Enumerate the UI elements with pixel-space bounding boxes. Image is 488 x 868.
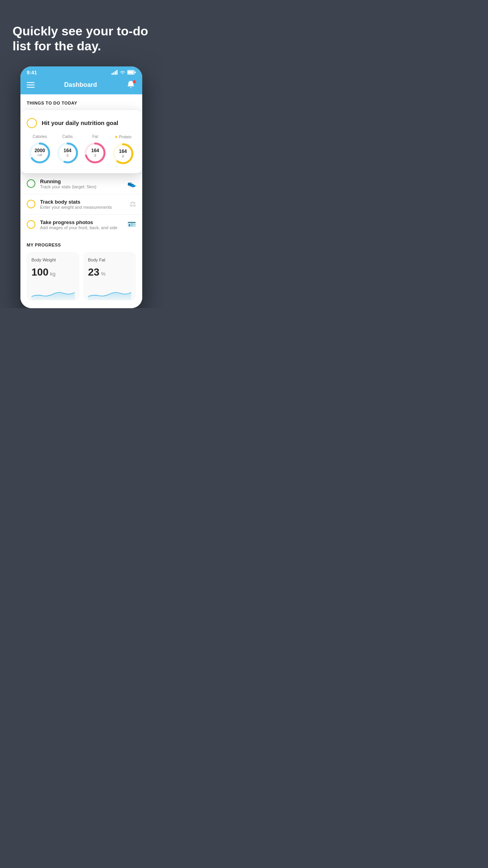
donut-protein: 164 g [111,142,135,166]
progress-value-body-weight: 100 [31,266,48,278]
hero-text: Quickly see your to-do list for the day. [0,0,163,66]
nutrition-label-calories: Calories [33,134,47,139]
nutrition-item-calories: Calories 2000 cal [28,134,51,166]
phone-frame: 9:41 [20,66,142,308]
progress-card-body-fat[interactable]: Body Fat 23 % [83,252,136,300]
nutrition-item-fat: Fat 164 g [83,134,107,166]
status-icons [112,70,136,75]
todo-circle-body-stats [27,200,35,208]
progress-value-body-fat: 23 [88,266,99,278]
nutrition-label-fat: Fat [92,134,98,139]
donut-calories: 2000 cal [28,141,51,165]
things-to-do-header: THINGS TO DO TODAY [20,94,142,108]
progress-card-title-body-fat: Body Fat [88,257,131,262]
progress-value-row-body-fat: 23 % [88,266,131,278]
todo-icon-body-stats: ⚖ [130,200,136,208]
donut-text-carbs: 164 g [64,148,72,157]
star-icon: ★ [114,134,118,140]
wifi-icon [119,70,126,75]
protein-label: ★Protein [114,134,132,140]
status-bar: 9:41 [20,66,142,77]
progress-unit-body-fat: % [101,271,106,277]
donut-text-protein: 164 g [119,149,127,158]
donut-carbs: 164 g [56,141,79,165]
svg-rect-1 [113,72,114,75]
phone-content: THINGS TO DO TODAY Hit your daily nutrit… [20,94,142,308]
todo-sub-body-stats: Enter your weight and measurements [40,205,125,210]
todo-icon-progress-photos: 🪪 [127,220,136,229]
todo-sub-running: Track your stats (target: 5km) [40,184,123,189]
nutrition-row: Calories 2000 cal Carbs 164 g Fat [27,134,136,166]
nav-title: Dashboard [64,81,97,88]
battery-icon [127,70,136,75]
notification-dot [133,80,136,83]
todo-text-running: Running Track your stats (target: 5km) [40,178,123,189]
todo-circle-progress-photos [27,220,35,229]
progress-chart-body-fat [88,285,131,300]
todo-title-body-stats: Track body stats [40,199,125,205]
nutrition-label-carbs: Carbs [62,134,73,139]
todo-sub-progress-photos: Add images of your front, back, and side [40,225,123,230]
progress-title: MY PROGRESS [27,243,136,247]
todo-circle-running [27,179,35,188]
svg-rect-2 [115,71,116,75]
nutrition-check-circle[interactable] [27,118,37,128]
status-time: 9:41 [27,70,37,75]
todo-title-running: Running [40,178,123,184]
protein-label-text: Protein [119,135,132,139]
todo-title-progress-photos: Take progress photos [40,219,123,225]
donut-text-calories: 2000 cal [35,148,45,157]
nutrition-item-carbs: Carbs 164 g [56,134,79,166]
todo-item-running[interactable]: Running Track your stats (target: 5km) 👟 [20,173,142,194]
svg-rect-3 [116,70,117,75]
nutrition-card: Hit your daily nutrition goal Calories 2… [20,110,142,173]
progress-card-body-weight[interactable]: Body Weight 100 kg [27,252,79,300]
todo-icon-running: 👟 [127,179,136,188]
nav-bar: Dashboard [20,77,142,94]
progress-card-title-body-weight: Body Weight [31,257,75,262]
svg-rect-5 [128,71,134,74]
progress-section: MY PROGRESS Body Weight 100 kg Body Fat [20,235,142,308]
todo-item-body-stats[interactable]: Track body stats Enter your weight and m… [20,194,142,214]
todo-item-progress-photos[interactable]: Take progress photos Add images of your … [20,214,142,235]
svg-rect-0 [112,73,113,75]
progress-chart-body-weight [31,285,75,300]
donut-text-fat: 164 g [91,148,99,157]
progress-unit-body-weight: kg [50,271,55,277]
menu-button[interactable] [27,82,35,88]
progress-cards: Body Weight 100 kg Body Fat 23 % [27,252,136,308]
donut-fat: 164 g [83,141,107,165]
signal-icon [112,70,118,75]
nutrition-item-protein: ★Protein 164 g [111,134,135,166]
phone-mockup: 9:41 [0,66,163,308]
todo-text-body-stats: Track body stats Enter your weight and m… [40,199,125,210]
progress-value-row-body-weight: 100 kg [31,266,75,278]
card-title-row: Hit your daily nutrition goal [27,118,136,128]
nutrition-card-title: Hit your daily nutrition goal [42,120,118,126]
svg-rect-6 [135,72,136,73]
todo-list: Running Track your stats (target: 5km) 👟… [20,173,142,235]
todo-text-progress-photos: Take progress photos Add images of your … [40,219,123,230]
notifications-button[interactable] [127,80,136,90]
